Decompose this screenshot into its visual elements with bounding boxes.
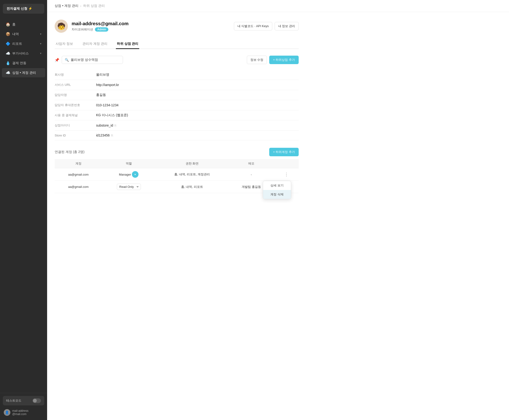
copy-icon[interactable]: ⎘ xyxy=(114,124,116,127)
profile-info: mail-address@gmail.com 차이코퍼레이션 Admin xyxy=(72,21,129,32)
account-email: aa@gmail.com xyxy=(55,181,102,193)
search-actions-row: 📌 🔍 정보 수정 + 하위상점 추가 xyxy=(55,56,299,64)
account-more: ⋮ xyxy=(274,168,299,181)
accounts-table-body: aa@gmail.com Manager ▾ 홈, 내역, 리포트, 계정관리 … xyxy=(55,168,299,193)
context-menu-item-delete[interactable]: 계정 삭제 xyxy=(263,190,291,199)
report-icon: 🔷 xyxy=(6,41,10,46)
tab-sub[interactable]: 하위 상점 관리 xyxy=(116,39,140,49)
info-row-store-id: 상점아이디 substore_id ⎘ xyxy=(55,120,299,131)
sidebar-item-label: 내역 xyxy=(12,32,19,36)
sidebar-item-payment[interactable]: 💧 결제 연동 xyxy=(2,59,45,68)
breadcrumb-sub: 하위 상점 관리 xyxy=(83,4,105,8)
col-permissions: 권한 화면 xyxy=(155,159,229,168)
profile-header: 🧒 mail-address@gmail.com 차이코퍼레이션 Admin 내… xyxy=(55,20,299,33)
field-label: 담당자명 xyxy=(55,93,92,97)
user-row: 👤 mail-address @mail.com xyxy=(3,408,44,417)
search-icon: 🔍 xyxy=(65,58,69,62)
test-mode-toggle[interactable] xyxy=(32,398,41,403)
connected-accounts-section: 연결된 계정 (총 2명) + 하위계정 추가 계정 역할 권한 화면 메모 xyxy=(55,148,299,193)
edit-info-button[interactable]: 정보 수정 xyxy=(247,56,267,64)
chevron-down-icon: ▾ xyxy=(134,173,136,176)
sidebar-item-home[interactable]: 🏠 홈 xyxy=(2,20,45,29)
context-menu-item-view[interactable]: 상세 보기 xyxy=(263,181,291,190)
role-dropdown-button[interactable]: ▾ xyxy=(132,171,139,178)
sidebar-item-label: 홈 xyxy=(12,22,15,27)
role-select[interactable]: Read Only xyxy=(117,184,141,190)
copy-icon[interactable]: ⎘ xyxy=(111,134,113,137)
info-row-company: 회사명 올리브영 xyxy=(55,70,299,80)
add-account-button[interactable]: + 하위계정 추가 xyxy=(269,148,299,156)
store-icon: ☁️ xyxy=(6,70,10,75)
field-value: KG 이니시스 (웹표준) xyxy=(96,113,128,117)
field-label: 회사명 xyxy=(55,73,92,77)
account-role: Read Only xyxy=(102,181,155,193)
test-mode-row: 테스트모드 xyxy=(3,396,44,405)
main-content: 상점 • 계정 관리 › 하위 상점 관리 🧒 mail-address@gma… xyxy=(47,0,509,420)
sidebar: 전자결제 신청 ⚡ 🏠 홈 📦 내역 ▾ 🔷 리포트 ▾ ☁️ 부가 xyxy=(0,0,47,420)
field-label: 사용 중 결제채널 xyxy=(55,113,92,117)
profile-email: mail-address@gmail.com xyxy=(72,21,129,26)
sidebar-item-addon[interactable]: ☁️ 부가서비스 ▾ xyxy=(2,49,45,58)
search-input[interactable] xyxy=(71,58,120,62)
chevron-down-icon: ▾ xyxy=(40,42,41,45)
field-value: id123456 ⎘ xyxy=(96,133,113,137)
tabs-bar: 사업자 정보 관리자 계정 관리 하위 상점 관리 xyxy=(55,39,299,49)
avatar: 🧒 xyxy=(55,20,68,33)
table-row: aa@gmail.com Read Only 홈, 내역, 리포트 개발팀 홍길… xyxy=(55,181,299,193)
tab-admin[interactable]: 관리자 계정 관리 xyxy=(81,39,108,49)
pin-icon[interactable]: 📌 xyxy=(55,58,59,62)
col-memo: 메모 xyxy=(229,159,274,168)
secret-key-button[interactable]: 내 식별코드 · API Keys xyxy=(234,22,272,30)
tab-biz[interactable]: 사업자 정보 xyxy=(55,39,74,49)
profile-left: 🧒 mail-address@gmail.com 차이코퍼레이션 Admin xyxy=(55,20,129,33)
sidebar-bottom: 테스트모드 👤 mail-address @mail.com xyxy=(0,393,47,420)
info-row-store-id2: Store ID id123456 ⎘ xyxy=(55,131,299,140)
sidebar-item-label: 상점 • 계정 관리 xyxy=(12,71,36,75)
history-icon: 📦 xyxy=(6,32,10,36)
profile-actions: 내 식별코드 · API Keys 내 정보 관리 xyxy=(234,22,299,30)
role-label: Manager xyxy=(119,173,131,176)
field-label: 서비스 URL xyxy=(55,83,92,87)
role-select-wrap: Manager ▾ xyxy=(106,171,152,178)
account-memo: - xyxy=(229,168,274,181)
field-value: 홍길동 xyxy=(96,93,106,97)
sidebar-item-report[interactable]: 🔷 리포트 ▾ xyxy=(2,39,45,48)
sidebar-item-history[interactable]: 📦 내역 ▾ xyxy=(2,30,45,39)
add-sub-store-button[interactable]: + 하위상점 추가 xyxy=(269,56,299,64)
info-row-manager: 담당자명 홍길동 xyxy=(55,90,299,100)
col-actions xyxy=(274,159,299,168)
role-select-wrap: Read Only xyxy=(106,184,152,190)
electronic-payment-button[interactable]: 전자결제 신청 ⚡ xyxy=(3,4,44,14)
field-value: substore_id ⎘ xyxy=(96,123,116,127)
context-menu: 상세 보기 계정 삭제 xyxy=(263,181,291,199)
account-role: Manager ▾ xyxy=(102,168,155,181)
my-info-button[interactable]: 내 정보 관리 xyxy=(275,22,299,30)
field-label: 담당자 휴대폰번호 xyxy=(55,103,92,107)
payment-icon: 💧 xyxy=(6,61,10,65)
col-account: 계정 xyxy=(55,159,102,168)
chevron-down-icon: ▾ xyxy=(40,52,41,55)
table-row: aa@gmail.com Manager ▾ 홈, 내역, 리포트, 계정관리 … xyxy=(55,168,299,181)
chevron-down-icon: ▾ xyxy=(40,32,41,36)
content-area: 🧒 mail-address@gmail.com 차이코퍼레이션 Admin 내… xyxy=(47,12,306,208)
account-permissions: 홈, 내역, 리포트, 계정관리 xyxy=(155,168,229,181)
more-options-button[interactable]: ⋮ xyxy=(283,171,290,178)
profile-sub: 차이코퍼레이션 Admin xyxy=(72,27,129,32)
section-title: 연결된 계정 (총 2명) xyxy=(55,150,85,154)
field-value: 올리브영 xyxy=(96,73,109,77)
store-info-section: 회사명 올리브영 서비스 URL http://iamport.kr 담당자명 … xyxy=(55,70,299,140)
sidebar-nav: 🏠 홈 📦 내역 ▾ 🔷 리포트 ▾ ☁️ 부가서비스 ▾ xyxy=(0,17,47,393)
table-header: 계정 역할 권한 화면 메모 xyxy=(55,159,299,168)
role-badge: Admin xyxy=(95,27,108,32)
field-label: 상점아이디 xyxy=(55,123,92,128)
info-row-channel: 사용 중 결제채널 KG 이니시스 (웹표준) xyxy=(55,110,299,120)
section-header: 연결된 계정 (총 2명) + 하위계정 추가 xyxy=(55,148,299,156)
sidebar-item-store[interactable]: ☁️ 상점 • 계정 관리 xyxy=(2,68,45,77)
info-row-phone: 담당자 휴대폰번호 010-1234-1234 xyxy=(55,100,299,110)
sidebar-item-label: 리포트 xyxy=(12,42,22,46)
sidebar-item-label: 부가서비스 xyxy=(12,51,29,56)
home-icon: 🏠 xyxy=(6,22,10,27)
account-permissions: 홈, 내역, 리포트 xyxy=(155,181,229,193)
sidebar-item-label: 결제 연동 xyxy=(12,61,26,65)
user-email: mail-address @mail.com xyxy=(12,409,43,416)
